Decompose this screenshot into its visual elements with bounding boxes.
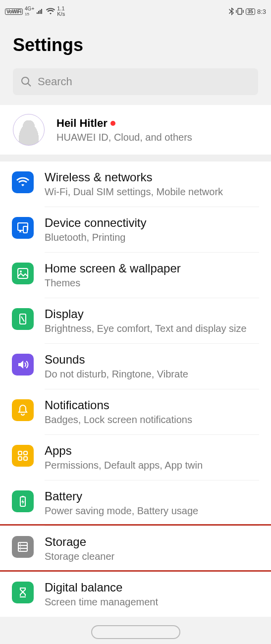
wifi-icon xyxy=(12,171,34,193)
bluetooth-icon xyxy=(229,7,234,15)
notification-dot-icon xyxy=(110,121,115,126)
battery-level: 35 xyxy=(246,8,255,15)
settings-item-wallpaper[interactable]: Home screen & wallpaperThemes xyxy=(0,253,271,298)
account-row[interactable]: Heil Hitler HUAWEI ID, Cloud, and others xyxy=(0,105,271,155)
settings-item-sound[interactable]: SoundsDo not disturb, Ringtone, Vibrate xyxy=(0,344,271,389)
speed-unit: K/s xyxy=(57,11,65,17)
svg-point-19 xyxy=(20,546,21,547)
svg-rect-15 xyxy=(18,542,27,551)
battery-icon xyxy=(12,490,34,512)
search-icon xyxy=(21,76,32,87)
item-subtitle: Do not disturb, Ringtone, Vibrate xyxy=(45,369,259,380)
svg-point-20 xyxy=(20,549,21,550)
item-title: Digital balance xyxy=(45,581,259,594)
item-title: Storage xyxy=(45,535,259,549)
item-title: Device connectivity xyxy=(45,216,259,230)
item-title: Apps xyxy=(45,444,259,458)
apps-icon xyxy=(12,445,34,467)
wifi-status-icon xyxy=(46,8,55,15)
settings-item-bell[interactable]: NotificationsBadges, Lock screen notific… xyxy=(0,389,271,435)
svg-rect-0 xyxy=(238,8,242,14)
item-subtitle: Themes xyxy=(45,277,259,289)
wallpaper-icon xyxy=(12,263,34,284)
svg-point-1 xyxy=(22,77,29,84)
svg-rect-11 xyxy=(18,457,22,460)
status-left: VoWiFi 4G+ 15 1.1 K/s xyxy=(5,6,65,17)
item-subtitle: Storage cleaner xyxy=(45,551,259,562)
settings-item-device[interactable]: Device connectivityBluetooth, Printing xyxy=(0,207,271,253)
item-subtitle: Brightness, Eye comfort, Text and displa… xyxy=(45,323,259,334)
section-divider xyxy=(0,155,271,161)
settings-item-display[interactable]: DisplayBrightness, Eye comfort, Text and… xyxy=(0,298,271,344)
network-indicator: 4G+ 15 xyxy=(25,6,34,16)
settings-item-apps[interactable]: AppsPermissions, Default apps, App twin xyxy=(0,435,271,481)
sound-icon xyxy=(12,354,34,376)
item-title: Sounds xyxy=(45,353,259,367)
nav-pill[interactable] xyxy=(91,625,180,639)
network-type: 4G+ xyxy=(25,6,34,11)
svg-point-18 xyxy=(20,543,21,544)
search-input[interactable]: Search xyxy=(13,68,258,95)
network-sub: 15 xyxy=(25,12,29,16)
search-placeholder: Search xyxy=(38,75,72,88)
account-name: Heil Hitler xyxy=(56,117,108,130)
settings-item-battery[interactable]: BatteryPower saving mode, Battery usage xyxy=(0,481,271,526)
status-bar: VoWiFi 4G+ 15 1.1 K/s 35 8:3 xyxy=(0,0,271,20)
status-right: 35 8:3 xyxy=(229,7,266,15)
item-title: Wireless & networks xyxy=(45,170,259,184)
avatar xyxy=(13,114,45,146)
settings-item-storage[interactable]: StorageStorage cleaner xyxy=(0,526,271,572)
settings-item-hourglass[interactable]: Digital balanceScreen time management xyxy=(0,572,271,617)
svg-rect-4 xyxy=(23,226,27,233)
signal-bars-icon xyxy=(36,8,44,14)
storage-icon xyxy=(12,536,34,558)
svg-rect-14 xyxy=(22,496,24,497)
svg-line-2 xyxy=(28,83,31,86)
page-title: Settings xyxy=(0,20,271,68)
item-title: Battery xyxy=(45,489,259,503)
item-title: Home screen & wallpaper xyxy=(45,262,259,275)
settings-item-wifi[interactable]: Wireless & networksWi-Fi, Dual SIM setti… xyxy=(0,161,271,207)
item-title: Display xyxy=(45,307,259,321)
display-icon xyxy=(12,308,34,330)
vibrate-icon xyxy=(236,8,244,15)
data-speed: 1.1 K/s xyxy=(57,6,65,17)
item-subtitle: Permissions, Default apps, App twin xyxy=(45,460,259,471)
item-subtitle: Power saving mode, Battery usage xyxy=(45,505,259,517)
item-subtitle: Badges, Lock screen notifications xyxy=(45,414,259,426)
clock: 8:3 xyxy=(257,8,266,15)
item-title: Notifications xyxy=(45,398,259,412)
device-icon xyxy=(12,217,34,239)
svg-point-7 xyxy=(20,270,22,272)
vowifi-badge: VoWiFi xyxy=(5,8,23,15)
svg-rect-9 xyxy=(18,451,22,455)
item-subtitle: Screen time management xyxy=(45,596,259,608)
item-subtitle: Bluetooth, Printing xyxy=(45,232,259,243)
item-subtitle: Wi-Fi, Dual SIM settings, Mobile network xyxy=(45,186,259,198)
account-subtitle: HUAWEI ID, Cloud, and others xyxy=(56,132,192,143)
svg-rect-6 xyxy=(18,268,28,278)
svg-rect-10 xyxy=(24,451,27,455)
settings-list: Wireless & networksWi-Fi, Dual SIM setti… xyxy=(0,161,271,617)
svg-rect-12 xyxy=(24,457,27,460)
hourglass-icon xyxy=(12,582,34,603)
bell-icon xyxy=(12,399,34,421)
